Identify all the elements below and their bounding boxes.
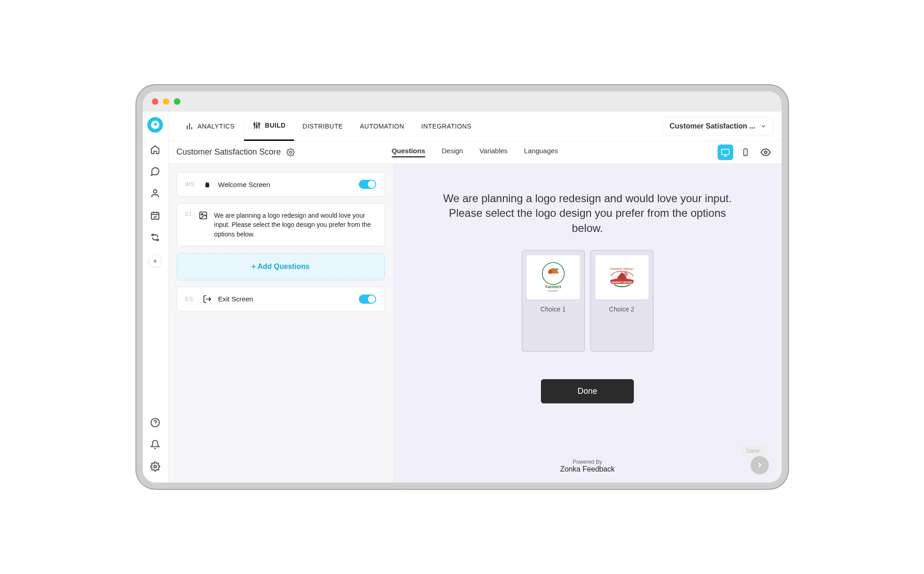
save-button-disabled: Save [740, 445, 765, 456]
exit-toggle[interactable] [359, 295, 376, 304]
svg-point-7 [256, 126, 257, 127]
question-card-1[interactable]: 01 We are planning a logo redesign and w… [177, 203, 385, 247]
choice-2[interactable]: FARMERS MARKET MARKET BRAND [590, 250, 654, 352]
svg-point-2 [152, 234, 154, 236]
svg-point-16 [548, 269, 552, 274]
chevron-down-icon [760, 123, 767, 129]
wave-icon [203, 180, 212, 189]
view-icons [718, 145, 773, 160]
tab-design[interactable]: Design [442, 147, 463, 157]
settings-icon[interactable] [150, 461, 160, 472]
q1-text: We are planning a logo redesign and woul… [214, 211, 376, 239]
choice-2-image: FARMERS MARKET MARKET BRAND [595, 255, 648, 299]
svg-point-3 [157, 239, 159, 241]
next-fab-button[interactable] [751, 456, 769, 474]
home-icon[interactable] [150, 145, 160, 155]
user-icon[interactable] [150, 188, 160, 198]
preview-question-text: We are planning a logo redesign and woul… [432, 191, 743, 236]
brand-logo[interactable] [147, 117, 163, 133]
svg-point-8 [258, 123, 259, 125]
tab-languages[interactable]: Languages [524, 147, 558, 157]
choices-row: Farmers MARKET Choice 1 FARMERS MARKET [522, 250, 654, 352]
bell-icon[interactable] [150, 440, 160, 450]
exit-icon [203, 295, 212, 304]
add-questions-button[interactable]: + Add Questions [177, 253, 385, 280]
survey-selector[interactable]: Customer Satisfaction ... [663, 117, 773, 135]
svg-text:MARKET BRAND: MARKET BRAND [611, 281, 632, 284]
nav-integrations[interactable]: INTEGRATIONS [413, 112, 480, 141]
tab-questions[interactable]: Questions [392, 147, 425, 157]
svg-rect-10 [721, 149, 729, 155]
window-title-bar [143, 91, 782, 112]
nav-build-label: BUILD [265, 122, 286, 129]
nav-automation[interactable]: AUTOMATION [351, 112, 413, 141]
svg-point-6 [254, 123, 255, 125]
image-choice-icon [199, 211, 208, 220]
main-column: ANALYTICS BUILD DISTRIBUTE AUTOMATION IN… [168, 112, 782, 483]
top-nav: ANALYTICS BUILD DISTRIBUTE AUTOMATION IN… [168, 112, 782, 141]
nav-distribute[interactable]: DISTRIBUTE [294, 112, 351, 141]
powered-by: Powered By Zonka Feedback [560, 440, 615, 473]
nav-integrations-label: INTEGRATIONS [421, 123, 471, 130]
svg-text:Farmers: Farmers [545, 284, 561, 289]
preview-pane: We are planning a logo redesign and woul… [394, 164, 782, 483]
exit-label: Exit Screen [218, 295, 254, 303]
nav-analytics-label: ANALYTICS [198, 123, 235, 130]
choice-1-image: Farmers MARKET [527, 255, 580, 299]
window-close-icon[interactable] [152, 98, 158, 105]
svg-point-14 [201, 214, 203, 215]
welcome-code: WS [185, 181, 196, 188]
svg-text:FARMERS MARKET: FARMERS MARKET [610, 268, 634, 270]
device-frame: ANALYTICS BUILD DISTRIBUTE AUTOMATION IN… [143, 91, 782, 483]
survey-title: Customer Satisfaction Score [177, 147, 281, 157]
survey-settings-icon[interactable] [286, 148, 295, 156]
preview-eye-button[interactable] [758, 145, 773, 160]
builder-tabs: Questions Design Variables Languages [392, 147, 558, 157]
nav-build[interactable]: BUILD [244, 112, 294, 141]
calendar-check-icon[interactable] [150, 210, 160, 220]
nav-distribute-label: DISTRIBUTE [303, 123, 343, 130]
window-maximize-icon[interactable] [174, 98, 180, 105]
svg-point-9 [289, 151, 292, 153]
powered-by-brand: Zonka Feedback [560, 465, 615, 473]
sub-bar: Customer Satisfaction Score Questions De… [168, 141, 782, 164]
choice-2-label: Choice 2 [609, 306, 634, 313]
desktop-view-button[interactable] [718, 145, 733, 160]
nav-analytics[interactable]: ANALYTICS [177, 112, 243, 141]
mobile-view-button[interactable] [738, 145, 753, 160]
chat-icon[interactable] [150, 166, 160, 177]
workspace: WS Welcome Screen 01 We are planning a l… [168, 164, 782, 483]
choice-1[interactable]: Farmers MARKET Choice 1 [522, 250, 585, 352]
question-list-panel: WS Welcome Screen 01 We are planning a l… [168, 164, 394, 483]
survey-selector-label: Customer Satisfaction ... [670, 122, 756, 130]
svg-point-12 [764, 151, 767, 154]
workflow-icon[interactable] [150, 232, 160, 242]
powered-by-label: Powered By [560, 459, 615, 465]
choice-1-label: Choice 1 [540, 306, 566, 313]
window-minimize-icon[interactable] [163, 98, 169, 105]
nav-automation-label: AUTOMATION [360, 123, 404, 130]
tab-variables[interactable]: Variables [480, 147, 508, 157]
app-shell: ANALYTICS BUILD DISTRIBUTE AUTOMATION IN… [143, 112, 782, 483]
exit-code: ES [185, 296, 196, 302]
help-icon[interactable] [150, 418, 160, 428]
q1-code: 01 [185, 211, 192, 217]
exit-screen-card[interactable]: ES Exit Screen [177, 287, 385, 311]
welcome-toggle[interactable] [359, 180, 376, 189]
done-button[interactable]: Done [541, 379, 634, 403]
svg-point-0 [153, 190, 157, 193]
survey-title-row: Customer Satisfaction Score [177, 147, 295, 157]
welcome-label: Welcome Screen [218, 181, 270, 188]
welcome-screen-card[interactable]: WS Welcome Screen [177, 172, 385, 197]
left-rail [143, 112, 168, 483]
svg-rect-1 [151, 213, 159, 220]
svg-point-5 [154, 465, 157, 468]
svg-text:MARKET: MARKET [548, 290, 559, 292]
add-button[interactable] [148, 254, 162, 268]
